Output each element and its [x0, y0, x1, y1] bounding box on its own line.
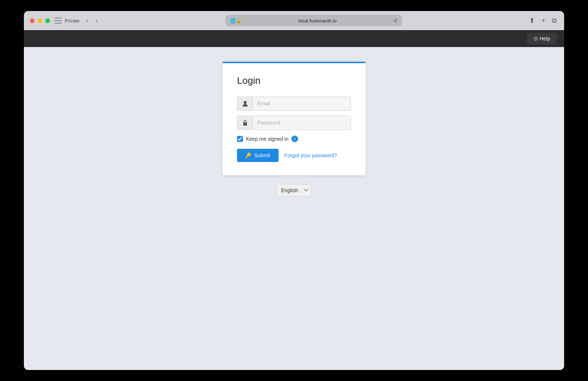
keep-signed-in-row: Keep me signed in i: [237, 136, 351, 142]
private-label: Private: [65, 18, 79, 24]
minimize-button[interactable]: [37, 18, 42, 23]
page-content: Login: [24, 47, 564, 370]
key-icon: 🔑: [245, 152, 251, 158]
address-bar-container: 🌐🔒 local.fusionauth.io ↺: [111, 15, 516, 26]
login-card: Login: [222, 62, 366, 175]
new-tab-button[interactable]: +: [540, 15, 547, 26]
svg-point-2: [244, 123, 245, 125]
toolbar-right: ⬆ + ⧉: [528, 15, 558, 26]
login-card-inner: Login: [222, 63, 366, 175]
browser-controls: Private ‹ ›: [54, 16, 100, 25]
browser-window: Private ‹ › 🌐🔒 local.fusionauth.io ↺ ⬆ +…: [24, 11, 564, 370]
keep-signed-in-label[interactable]: Keep me signed in: [246, 136, 288, 142]
language-selector-container: English Español Français Deutsch: [276, 184, 312, 197]
keep-signed-in-checkbox[interactable]: [237, 136, 243, 142]
submit-button[interactable]: 🔑 Submit: [237, 149, 279, 162]
forgot-password-link[interactable]: Forgot your password?: [284, 152, 337, 158]
title-bar: Private ‹ › 🌐🔒 local.fusionauth.io ↺ ⬆ +…: [24, 11, 564, 30]
help-bar: ⊙ Help: [24, 30, 564, 47]
back-button[interactable]: ‹: [84, 16, 90, 25]
email-input-group: [237, 97, 351, 111]
tabs-button[interactable]: ⧉: [551, 15, 558, 26]
login-title: Login: [237, 75, 351, 86]
maximize-button[interactable]: [45, 18, 50, 23]
action-row: 🔑 Submit Forgot your password?: [237, 149, 351, 162]
globe-lock-icon: 🌐🔒: [230, 18, 242, 24]
password-input-group: [237, 116, 351, 130]
language-select[interactable]: English Español Français Deutsch: [276, 184, 312, 197]
address-bar[interactable]: 🌐🔒 local.fusionauth.io ↺: [226, 15, 402, 26]
svg-point-0: [244, 101, 247, 104]
share-button[interactable]: ⬆: [528, 15, 536, 26]
traffic-lights: [30, 18, 50, 23]
help-button[interactable]: ⊙ Help: [527, 33, 557, 44]
forward-button[interactable]: ›: [93, 16, 100, 25]
user-icon: [237, 97, 253, 110]
password-input[interactable]: [253, 116, 351, 129]
lock-icon: [237, 116, 253, 129]
email-input[interactable]: [253, 97, 351, 110]
submit-label: Submit: [254, 152, 270, 158]
url-text: local.fusionauth.io: [245, 18, 390, 24]
info-icon[interactable]: i: [291, 136, 298, 142]
sidebar-toggle-button[interactable]: [54, 18, 62, 24]
close-button[interactable]: [30, 18, 35, 23]
reload-button[interactable]: ↺: [393, 18, 398, 24]
